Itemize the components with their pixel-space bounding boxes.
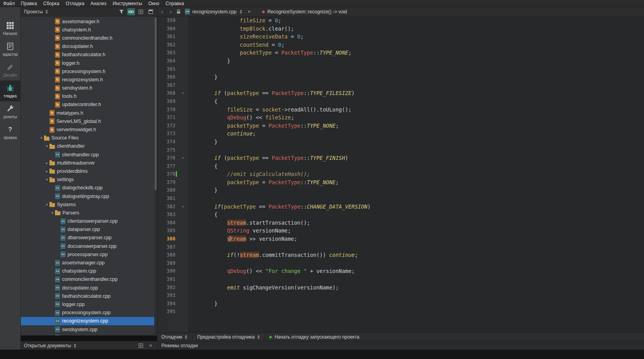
tree-item-docsanswerparser.cpp[interactable]: ++docsanswerparser.cpp bbox=[21, 242, 157, 250]
close-document-icon[interactable]: × bbox=[245, 8, 253, 15]
tree-item-recognizesystem.h[interactable]: hrecognizesystem.h bbox=[21, 75, 157, 84]
code-text[interactable]: } bbox=[189, 73, 217, 81]
line-number[interactable]: 374 bbox=[157, 138, 177, 146]
line-number[interactable]: 376 bbox=[157, 154, 177, 162]
document-updown-icon[interactable] bbox=[239, 10, 243, 14]
code-text[interactable]: QString versionName; bbox=[189, 227, 291, 235]
code-text[interactable]: if (packetType == PacketType::TYPE_FINIS… bbox=[189, 154, 348, 162]
line-number[interactable]: 389 bbox=[157, 259, 177, 267]
line-number[interactable]: 381 bbox=[157, 194, 177, 203]
code-text[interactable]: { bbox=[189, 211, 217, 219]
tree-item-dataparser.cpp[interactable]: ++dataparser.cpp bbox=[21, 225, 157, 234]
code-text[interactable]: qDebug() << fileSize; bbox=[189, 114, 294, 122]
mode-help[interactable]: ?правка bbox=[0, 122, 20, 143]
menu-item-Анализ[interactable]: Анализ bbox=[88, 0, 110, 7]
code-text[interactable]: countSend = 0; bbox=[189, 41, 285, 49]
mode-home-grid[interactable]: Начало bbox=[0, 18, 20, 39]
tree-item-fasthashcalculator.h[interactable]: hfasthashcalculator.h bbox=[21, 51, 157, 59]
back-icon[interactable]: ‹ bbox=[159, 9, 165, 15]
panel-selector-updown-icon[interactable] bbox=[45, 10, 49, 14]
fold-marker-icon[interactable]: ▾ bbox=[177, 203, 189, 211]
line-number[interactable]: 366 bbox=[157, 73, 177, 81]
line-number[interactable]: 365 bbox=[157, 65, 177, 73]
line-number[interactable]: 375 bbox=[157, 146, 177, 154]
line-number[interactable]: 383 bbox=[157, 211, 177, 219]
tree-item-processingsystem.cpp[interactable]: ++processingsystem.cpp bbox=[21, 309, 157, 317]
mode-debug[interactable]: тладка bbox=[0, 81, 20, 101]
new-window-icon[interactable] bbox=[147, 8, 155, 15]
filter-icon[interactable] bbox=[117, 8, 125, 15]
fold-marker-icon[interactable]: ▾ bbox=[177, 154, 189, 162]
line-number[interactable]: 390 bbox=[157, 267, 177, 275]
menu-item-Правка[interactable]: Правка bbox=[18, 0, 40, 7]
debug-modes-bar[interactable]: Режимы отладки bbox=[157, 341, 644, 350]
tree-item-settings[interactable]: ▾settings bbox=[21, 176, 157, 184]
tree-item-chatsystem.cpp[interactable]: ++chatsystem.cpp bbox=[21, 267, 157, 275]
line-number[interactable]: 382 bbox=[157, 203, 177, 211]
panel-splitter[interactable] bbox=[21, 335, 157, 341]
code-text[interactable]: { bbox=[189, 162, 217, 170]
menu-item-Отладка[interactable]: Отладка bbox=[62, 0, 87, 7]
code-text[interactable]: if(!stream.commitTransaction()) continue… bbox=[189, 251, 358, 259]
chevron-down-icon[interactable]: ▾ bbox=[44, 203, 49, 207]
tree-item-chatsystem.h[interactable]: hchatsystem.h bbox=[21, 26, 157, 34]
line-number[interactable]: 367 bbox=[157, 81, 177, 90]
lock-icon[interactable] bbox=[176, 9, 181, 14]
line-number[interactable]: 388 bbox=[157, 251, 177, 259]
projects-panel-title[interactable]: Проекты bbox=[24, 9, 43, 15]
tree-item-docsupdater.cpp[interactable]: ++docsupdater.cpp bbox=[21, 284, 157, 292]
line-number[interactable]: 360 bbox=[157, 25, 177, 33]
tree-item-commonclienthandler.h[interactable]: hcommonclienthandler.h bbox=[21, 34, 157, 42]
line-number[interactable]: 394 bbox=[157, 300, 177, 308]
panel-selector-updown-icon[interactable] bbox=[73, 344, 77, 348]
tree-item-logger.cpp[interactable]: ++logger.cpp bbox=[21, 300, 157, 308]
code-text[interactable]: qDebug() << "For change " + versionName; bbox=[189, 267, 355, 275]
code-text[interactable]: if (packetType == PacketType::TYPE_FILES… bbox=[189, 89, 355, 97]
tree-item-dbanswerparser.cpp[interactable]: ++dbanswerparser.cpp bbox=[21, 234, 157, 242]
chevron-right-icon[interactable]: ▸ bbox=[44, 169, 49, 173]
code-text[interactable]: continue; bbox=[189, 130, 256, 138]
code-text[interactable]: } bbox=[189, 186, 217, 194]
line-number[interactable]: 384 bbox=[157, 219, 177, 227]
menu-item-Инструменты[interactable]: Инструменты bbox=[109, 0, 145, 7]
tree-item-sendsystem.h[interactable]: hsendsystem.h bbox=[21, 84, 157, 92]
document-dropdown[interactable]: ++ recognizesystem.cpp bbox=[185, 9, 243, 15]
line-number[interactable]: 359 bbox=[157, 16, 177, 25]
menu-item-Файл[interactable]: Файл bbox=[0, 0, 18, 7]
code-text[interactable]: fileSize = 0; bbox=[189, 16, 281, 25]
tree-item-clienthandler.cpp[interactable]: ++clienthandler.cpp bbox=[21, 150, 157, 159]
tree-item-Systems[interactable]: ▾Systems bbox=[21, 200, 157, 209]
tree-item-processingsystem.h[interactable]: hprocessingsystem.h bbox=[21, 67, 157, 75]
line-number[interactable]: 363 bbox=[157, 49, 177, 57]
line-number[interactable]: 387 bbox=[157, 243, 177, 251]
tree-item-clienthandler[interactable]: ▾clienthandler bbox=[21, 142, 157, 150]
debugger-preset-selector[interactable]: Преднастройка отладчика bbox=[197, 334, 261, 340]
symbol-selector[interactable]: ◆ RecognizeSystem::recognize() -> void bbox=[262, 9, 347, 15]
code-text[interactable]: tmpBlock.clear(); bbox=[189, 25, 294, 33]
line-number[interactable]: 361 bbox=[157, 33, 177, 41]
code-text[interactable]: packetType = PacketType::TYPE_NONE; bbox=[189, 49, 352, 57]
code-text[interactable]: stream >> versionName; bbox=[189, 235, 297, 243]
code-text[interactable]: packetType = PacketType::TYPE_NONE; bbox=[189, 178, 339, 187]
start-debugging-button[interactable]: ▶ Начать отладку запускающего проекта bbox=[270, 334, 359, 340]
tree-item-tools.h[interactable]: htools.h bbox=[21, 92, 157, 101]
tree-item-Source Files[interactable]: ▾Source Files bbox=[21, 134, 157, 142]
line-number[interactable]: 369 bbox=[157, 97, 177, 106]
code-editor[interactable]: 359 fileSize = 0;360 tmpBlock.clear();36… bbox=[157, 16, 644, 332]
menu-item-Окно[interactable]: Окно bbox=[145, 0, 162, 7]
tree-item-ServerLMS_global.h[interactable]: hServerLMS_global.h bbox=[21, 117, 157, 125]
line-number[interactable]: 395 bbox=[157, 308, 177, 316]
tree-item-metatypes.h[interactable]: hmetatypes.h bbox=[21, 109, 157, 117]
line-number[interactable]: 385 bbox=[157, 227, 177, 235]
code-text[interactable]: stream.startTransaction(); bbox=[189, 219, 310, 227]
line-number[interactable]: 379 bbox=[157, 178, 177, 187]
line-number[interactable]: 371 bbox=[157, 114, 177, 122]
code-text[interactable]: sizeReceiveData = 0; bbox=[189, 33, 304, 41]
line-number[interactable]: 370 bbox=[157, 106, 177, 114]
tree-item-dialogcheckdb.cpp[interactable]: ++dialogcheckdb.cpp bbox=[21, 184, 157, 192]
tree-item-multithreadserver[interactable]: ▸multithreadserver bbox=[21, 159, 157, 167]
chevron-down-icon[interactable]: ▾ bbox=[44, 178, 49, 181]
tree-item-logger.h[interactable]: hlogger.h bbox=[21, 59, 157, 67]
tree-item-clientanswerparser.cpp[interactable]: ++clientanswerparser.cpp bbox=[21, 217, 157, 225]
code-text[interactable]: packetType = PacketType::TYPE_NONE; bbox=[189, 122, 339, 130]
